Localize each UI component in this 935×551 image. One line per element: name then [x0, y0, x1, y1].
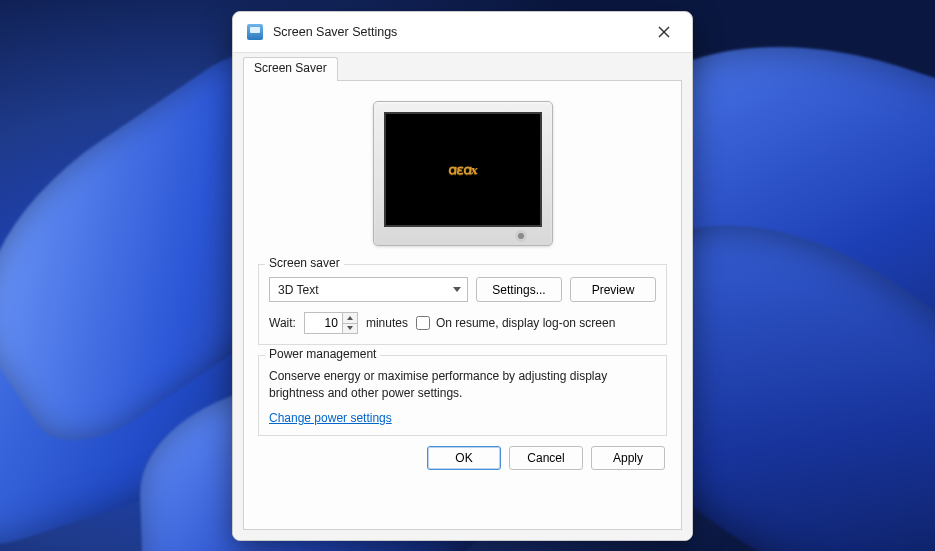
tab-strip: Screen Saver	[243, 56, 682, 80]
spinner-up-button[interactable]	[343, 313, 357, 324]
close-icon	[658, 26, 670, 38]
titlebar[interactable]: Screen Saver Settings	[233, 12, 692, 52]
dialog-footer: OK Cancel Apply	[258, 436, 667, 470]
wait-minutes-spinner[interactable]	[304, 312, 358, 334]
power-management-description: Conserve energy or maximise performance …	[269, 368, 656, 403]
tab-screen-saver[interactable]: Screen Saver	[243, 57, 338, 81]
window-title: Screen Saver Settings	[273, 25, 650, 39]
power-management-group: Power management Conserve energy or maxi…	[258, 355, 667, 436]
chevron-down-icon	[453, 287, 461, 292]
settings-button[interactable]: Settings...	[476, 277, 562, 302]
screen-saver-select[interactable]: 3D Text	[269, 277, 468, 302]
apply-button[interactable]: Apply	[591, 446, 665, 470]
monitor-frame: ɑɛɑx	[373, 101, 553, 246]
wait-label: Wait:	[269, 316, 296, 330]
display-settings-icon	[247, 24, 263, 40]
on-resume-checkbox-wrap[interactable]: On resume, display log-on screen	[416, 316, 615, 330]
arrow-up-icon	[347, 316, 353, 320]
dialog-client-area: Screen Saver ɑɛɑx Screen saver 3D Text	[233, 52, 692, 540]
screen-saver-group-label: Screen saver	[265, 256, 344, 270]
on-resume-label: On resume, display log-on screen	[436, 316, 615, 330]
power-management-group-label: Power management	[265, 347, 380, 361]
on-resume-checkbox[interactable]	[416, 316, 430, 330]
screen-saver-select-value: 3D Text	[278, 283, 318, 297]
tab-panel: ɑɛɑx Screen saver 3D Text Settings... Pr…	[243, 80, 682, 530]
minutes-label: minutes	[366, 316, 408, 330]
arrow-down-icon	[347, 326, 353, 330]
change-power-settings-link[interactable]: Change power settings	[269, 411, 392, 425]
screen-saver-group: Screen saver 3D Text Settings... Preview…	[258, 264, 667, 345]
wait-minutes-input[interactable]	[304, 312, 342, 334]
spinner-down-button[interactable]	[343, 324, 357, 334]
monitor-screen: ɑɛɑx	[384, 112, 542, 227]
screen-saver-settings-dialog: Screen Saver Settings Screen Saver ɑɛɑx	[232, 11, 693, 541]
screensaver-preview-content: ɑɛɑx	[448, 162, 477, 178]
ok-button[interactable]: OK	[427, 446, 501, 470]
preview-button[interactable]: Preview	[570, 277, 656, 302]
cancel-button[interactable]: Cancel	[509, 446, 583, 470]
monitor-led-icon	[518, 233, 524, 239]
close-button[interactable]	[650, 18, 678, 46]
monitor-preview-area: ɑɛɑx	[258, 95, 667, 254]
